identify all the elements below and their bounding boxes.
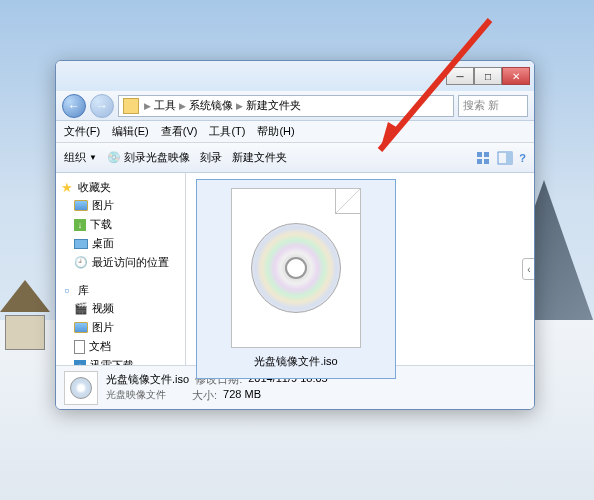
chevron-right-icon: ▶: [236, 101, 243, 111]
view-options-button[interactable]: [475, 150, 491, 166]
explorer-window: ─ □ ✕ ← → ▶ 工具 ▶ 系统镜像 ▶ 新建文件夹 搜索 新 文件(F): [55, 60, 535, 410]
library-label: 库: [78, 283, 89, 298]
search-placeholder: 搜索 新: [463, 98, 499, 113]
nav-bar: ← → ▶ 工具 ▶ 系统镜像 ▶ 新建文件夹 搜索 新: [56, 91, 534, 121]
menu-view[interactable]: 查看(V): [161, 124, 198, 139]
breadcrumb-part[interactable]: 新建文件夹: [246, 98, 301, 113]
file-item-iso[interactable]: 光盘镜像文件.iso: [196, 179, 396, 379]
window-controls: ─ □ ✕: [446, 67, 530, 85]
disc-icon: 💿: [107, 151, 121, 165]
details-thumbnail: [64, 371, 98, 405]
sidebar-item-label: 文档: [89, 339, 111, 354]
back-button[interactable]: ←: [62, 94, 86, 118]
svg-rect-3: [484, 159, 489, 164]
sidebar-item-label: 视频: [92, 301, 114, 316]
sidebar-item-label: 最近访问的位置: [92, 255, 169, 270]
download-icon: ↓: [74, 219, 86, 231]
menu-file[interactable]: 文件(F): [64, 124, 100, 139]
sidebar-item-xunlei[interactable]: ↓ 迅雷下载: [60, 356, 181, 365]
organize-button[interactable]: 组织 ▼: [64, 150, 97, 165]
svg-rect-2: [477, 159, 482, 164]
sidebar-item-downloads[interactable]: ↓ 下载: [60, 215, 181, 234]
preview-pane-handle[interactable]: ‹: [522, 258, 535, 280]
desktop-wallpaper: ─ □ ✕ ← → ▶ 工具 ▶ 系统镜像 ▶ 新建文件夹 搜索 新 文件(F): [0, 0, 594, 500]
pane-icon: [497, 150, 513, 166]
desktop-icon: [74, 239, 88, 249]
maximize-button[interactable]: □: [474, 67, 502, 85]
dropdown-icon: ▼: [89, 153, 97, 162]
pictures-icon: [74, 200, 88, 211]
sidebar-favorites[interactable]: ★ 收藏夹: [60, 179, 181, 196]
burn-button[interactable]: 刻录: [200, 150, 222, 165]
svg-rect-0: [477, 152, 482, 157]
recent-icon: 🕘: [74, 256, 88, 270]
menu-bar: 文件(F) 编辑(E) 查看(V) 工具(T) 帮助(H): [56, 121, 534, 143]
burn-image-label: 刻录光盘映像: [124, 150, 190, 165]
sidebar-item-videos[interactable]: 🎬 视频: [60, 299, 181, 318]
breadcrumb[interactable]: ▶ 工具 ▶ 系统镜像 ▶ 新建文件夹: [118, 95, 454, 117]
help-icon: ?: [519, 152, 526, 164]
sidebar-item-recent[interactable]: 🕘 最近访问的位置: [60, 253, 181, 272]
file-thumbnail: [231, 188, 361, 348]
new-folder-button[interactable]: 新建文件夹: [232, 150, 287, 165]
sidebar-item-documents[interactable]: 文档: [60, 337, 181, 356]
library-icon: ▫: [60, 284, 74, 298]
details-size-value: 728 MB: [223, 388, 261, 403]
sidebar-item-label: 桌面: [92, 236, 114, 251]
svg-rect-1: [484, 152, 489, 157]
sidebar-library[interactable]: ▫ 库: [60, 282, 181, 299]
sidebar-item-label: 迅雷下载: [90, 358, 134, 365]
file-label: 光盘镜像文件.iso: [254, 354, 337, 369]
sidebar-item-pictures-lib[interactable]: 图片: [60, 318, 181, 337]
video-icon: 🎬: [74, 302, 88, 316]
chevron-right-icon: ▶: [144, 101, 151, 111]
menu-tools[interactable]: 工具(T): [209, 124, 245, 139]
disc-icon: [251, 223, 341, 313]
details-filename: 光盘镜像文件.iso: [106, 372, 189, 387]
close-button[interactable]: ✕: [502, 67, 530, 85]
wallpaper-house: [5, 280, 60, 350]
details-size-label: 大小:: [192, 388, 217, 403]
sidebar-item-label: 图片: [92, 198, 114, 213]
minimize-button[interactable]: ─: [446, 67, 474, 85]
star-icon: ★: [60, 181, 74, 195]
sidebar-item-pictures[interactable]: 图片: [60, 196, 181, 215]
content-pane[interactable]: 光盘镜像文件.iso ‹: [186, 173, 534, 365]
menu-edit[interactable]: 编辑(E): [112, 124, 149, 139]
search-input[interactable]: 搜索 新: [458, 95, 528, 117]
view-icon: [475, 150, 491, 166]
favorites-label: 收藏夹: [78, 180, 111, 195]
help-button[interactable]: ?: [519, 150, 526, 166]
forward-button[interactable]: →: [90, 94, 114, 118]
pictures-icon: [74, 322, 88, 333]
breadcrumb-part[interactable]: 工具: [154, 98, 176, 113]
chevron-right-icon: ▶: [179, 101, 186, 111]
details-filetype: 光盘映像文件: [106, 388, 166, 403]
sidebar-item-label: 图片: [92, 320, 114, 335]
body-area: ★ 收藏夹 图片 ↓ 下载 桌面: [56, 173, 534, 365]
burn-image-button[interactable]: 💿 刻录光盘映像: [107, 150, 190, 165]
preview-pane-button[interactable]: [497, 150, 513, 166]
sidebar-item-label: 下载: [90, 217, 112, 232]
menu-help[interactable]: 帮助(H): [257, 124, 294, 139]
titlebar: ─ □ ✕: [56, 61, 534, 91]
svg-rect-5: [506, 152, 512, 164]
document-icon: [74, 340, 85, 354]
breadcrumb-part[interactable]: 系统镜像: [189, 98, 233, 113]
sidebar: ★ 收藏夹 图片 ↓ 下载 桌面: [56, 173, 186, 365]
sidebar-item-desktop[interactable]: 桌面: [60, 234, 181, 253]
folder-icon: [123, 98, 139, 114]
toolbar: 组织 ▼ 💿 刻录光盘映像 刻录 新建文件夹 ?: [56, 143, 534, 173]
organize-label: 组织: [64, 150, 86, 165]
disc-icon: [70, 377, 92, 399]
